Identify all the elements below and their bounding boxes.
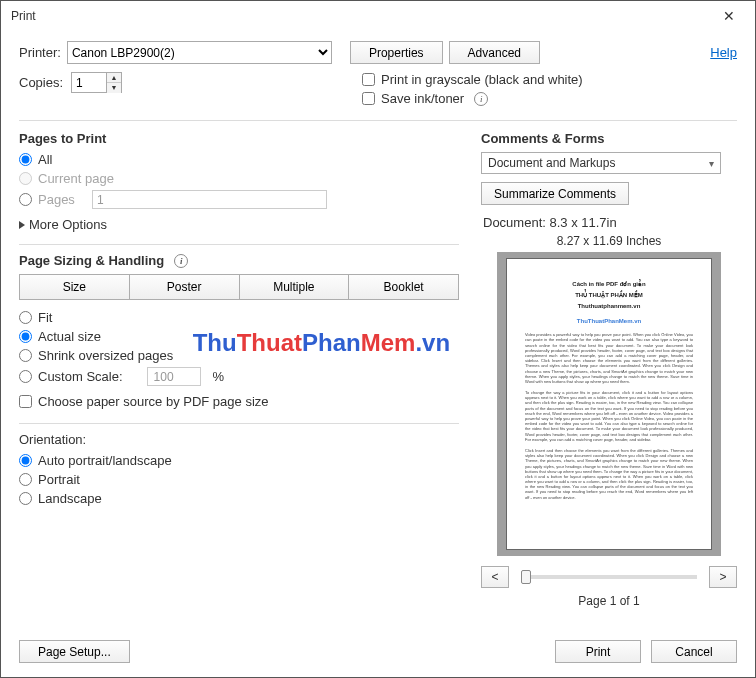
print-button[interactable]: Print [555, 640, 641, 663]
prev-page-button[interactable]: < [481, 566, 509, 588]
orientation-portrait-radio[interactable]: Portrait [19, 472, 459, 487]
orientation-landscape-radio[interactable]: Landscape [19, 491, 459, 506]
info-icon[interactable]: i [474, 92, 488, 106]
chevron-down-icon: ▾ [709, 158, 714, 169]
summarize-comments-button[interactable]: Summarize Comments [481, 182, 629, 205]
comments-forms-title: Comments & Forms [481, 131, 737, 146]
booklet-tab[interactable]: Booklet [348, 274, 459, 300]
copies-input[interactable] [72, 73, 106, 92]
document-dimensions: Document: 8.3 x 11.7in [483, 215, 737, 230]
printer-label: Printer: [19, 45, 61, 60]
orientation-auto-radio[interactable]: Auto portrait/landscape [19, 453, 459, 468]
advanced-button[interactable]: Advanced [449, 41, 540, 64]
pages-to-print-title: Pages to Print [19, 131, 459, 146]
copies-label: Copies: [19, 75, 63, 90]
info-icon[interactable]: i [174, 254, 188, 268]
orientation-title: Orientation: [19, 432, 459, 447]
chevron-right-icon [19, 221, 25, 229]
sizing-title: Page Sizing & Handling i [19, 253, 459, 268]
pages-all-radio[interactable]: All [19, 152, 459, 167]
choose-paper-checkbox[interactable]: Choose paper source by PDF page size [19, 394, 459, 409]
window-title: Print [11, 9, 709, 23]
custom-scale-input[interactable] [147, 367, 201, 386]
actual-size-radio[interactable]: Actual size [19, 329, 459, 344]
slider-thumb[interactable] [521, 570, 531, 584]
spinner-down-icon[interactable]: ▼ [107, 83, 121, 93]
preview-dimensions: 8.27 x 11.69 Inches [481, 234, 737, 248]
save-ink-checkbox[interactable]: Save ink/toner i [362, 91, 583, 106]
fit-radio[interactable]: Fit [19, 310, 459, 325]
pages-range-input[interactable] [92, 190, 327, 209]
spinner-up-icon[interactable]: ▲ [107, 73, 121, 83]
size-tab[interactable]: Size [19, 274, 130, 300]
close-icon[interactable]: ✕ [709, 2, 749, 30]
pages-range-radio[interactable]: Pages [19, 190, 459, 209]
comments-forms-select[interactable]: Document and Markups ▾ [481, 152, 721, 174]
grayscale-checkbox[interactable]: Print in grayscale (black and white) [362, 72, 583, 87]
properties-button[interactable]: Properties [350, 41, 443, 64]
help-link[interactable]: Help [710, 45, 737, 60]
page-slider[interactable] [521, 575, 697, 579]
page-indicator: Page 1 of 1 [481, 594, 737, 608]
more-options-toggle[interactable]: More Options [19, 217, 459, 232]
print-preview: Cách in file PDF đơn giản THỦ THUẬT PHẦN… [497, 252, 721, 556]
printer-select[interactable]: Canon LBP2900(2) [67, 41, 332, 64]
next-page-button[interactable]: > [709, 566, 737, 588]
poster-tab[interactable]: Poster [129, 274, 240, 300]
preview-page: Cách in file PDF đơn giản THỦ THUẬT PHẦN… [507, 259, 711, 549]
pages-current-radio: Current page [19, 171, 459, 186]
multiple-tab[interactable]: Multiple [239, 274, 350, 300]
cancel-button[interactable]: Cancel [651, 640, 737, 663]
shrink-radio[interactable]: Shrink oversized pages [19, 348, 459, 363]
page-setup-button[interactable]: Page Setup... [19, 640, 130, 663]
copies-spinner[interactable]: ▲ ▼ [71, 72, 122, 93]
custom-scale-radio[interactable]: Custom Scale: % [19, 367, 459, 386]
